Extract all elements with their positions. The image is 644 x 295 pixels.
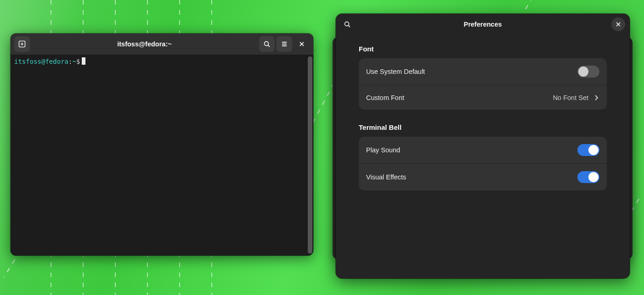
visual-effects-toggle[interactable] [577, 171, 599, 183]
svg-point-3 [265, 42, 269, 46]
preferences-title: Preferences [336, 21, 630, 28]
hamburger-icon [281, 40, 288, 48]
terminal-title: itsfoss@fedora:~ [32, 40, 257, 48]
close-icon [616, 22, 621, 27]
search-icon [263, 40, 271, 48]
font-group: Use System Default Custom Font No Font S… [359, 58, 607, 110]
preferences-window: Preferences Font Use System Default Cust… [336, 14, 630, 278]
menu-button[interactable] [277, 36, 292, 52]
preferences-body: Font Use System Default Custom Font No F… [336, 35, 630, 214]
search-icon [344, 21, 351, 28]
terminal-bell-group: Play Sound Visual Effects [359, 137, 607, 190]
visual-effects-row[interactable]: Visual Effects [359, 163, 607, 190]
play-sound-row[interactable]: Play Sound [359, 137, 607, 163]
use-system-default-row[interactable]: Use System Default [359, 58, 607, 85]
play-sound-toggle[interactable] [577, 144, 599, 156]
preferences-close-button[interactable] [611, 17, 625, 31]
terminal-body[interactable]: itsfoss@fedora:~$ [11, 55, 313, 256]
prompt-path: ~ [72, 58, 76, 65]
close-icon [299, 41, 305, 47]
close-window-button[interactable] [294, 36, 310, 52]
chevron-right-icon [593, 95, 599, 101]
new-tab-icon [18, 40, 26, 48]
custom-font-row[interactable]: Custom Font No Font Set [359, 85, 607, 110]
svg-point-10 [345, 22, 349, 26]
preferences-header: Preferences [336, 14, 630, 35]
custom-font-label: Custom Font [366, 94, 404, 101]
prompt-user: itsfoss@fedora [14, 58, 68, 65]
visual-effects-label: Visual Effects [366, 173, 406, 181]
terminal-cursor [82, 57, 85, 65]
svg-line-4 [268, 45, 270, 47]
terminal-header: itsfoss@fedora:~ [11, 33, 313, 55]
search-button[interactable] [259, 36, 275, 52]
terminal-scrollbar[interactable] [308, 56, 312, 254]
new-tab-button[interactable] [14, 36, 30, 52]
use-system-default-label: Use System Default [366, 68, 425, 75]
preferences-search-button[interactable] [340, 17, 354, 31]
terminal-bell-section-heading: Terminal Bell [359, 123, 607, 131]
terminal-window: itsfoss@fedora:~ itsfoss@fedora:~$ [11, 33, 313, 256]
prompt-symbol: $ [76, 58, 80, 65]
use-system-default-toggle[interactable] [577, 66, 599, 78]
font-section-heading: Font [359, 45, 607, 53]
svg-line-11 [349, 26, 350, 28]
play-sound-label: Play Sound [366, 146, 400, 154]
custom-font-value: No Font Set [553, 94, 588, 101]
